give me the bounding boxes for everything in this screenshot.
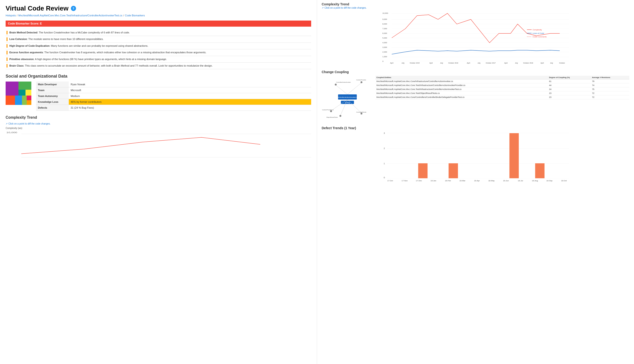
svg-text:0: 0: [384, 176, 385, 179]
biomarker-indicator: [7, 64, 8, 68]
biomarkers-list: Brain Method Detected: The function Crea…: [6, 30, 311, 69]
svg-text:18-Apr: 18-Apr: [474, 180, 480, 182]
svg-text:July: July: [478, 62, 481, 64]
svg-text:3,000: 3,000: [382, 46, 387, 48]
complexity-trend-right-title: Complexity Trend: [322, 2, 629, 6]
svg-text:Complexity: Complexity: [533, 29, 542, 31]
coupling-degree: 23: [548, 91, 591, 95]
breadcrumb: Hotspots / Mvc/test/Microsoft.AspNetCore…: [6, 14, 311, 17]
svg-text:6,000: 6,000: [382, 32, 387, 34]
coupling-revisions: 75: [591, 88, 629, 91]
coupling-node: [360, 112, 362, 114]
biomarker-indicator: [7, 38, 8, 41]
change-coupling-title: Change Coupling: [322, 70, 629, 74]
coupling-node-label: ObjectResultTests: [326, 116, 338, 118]
center-node-label: ControllerActionInvoker.cs: [337, 96, 358, 98]
biomarker-item: Low Cohesion: The module seems to have m…: [6, 36, 311, 42]
coupling-revisions: 72: [591, 91, 629, 95]
svg-text:April: April: [504, 62, 507, 64]
org-value-knowledge-loss: 46% by former contributors: [69, 99, 311, 105]
biomarker-title: Brain Method Detected: [9, 31, 38, 34]
social-org-title: Social and Organizational Data: [6, 74, 311, 79]
coupling-col-header: Coupled Entities: [375, 76, 548, 80]
click-hint-right[interactable]: ↗ Click on a point to diff the code chan…: [322, 6, 629, 9]
svg-text:October 2016: October 2016: [448, 62, 458, 64]
coupling-content: ControllerActionInvoker.cs X-Ray: [322, 76, 629, 122]
treemap: [6, 82, 31, 105]
lines-of-code-line: [392, 50, 560, 54]
org-value: 31 (24 % Bug Fixes): [69, 105, 311, 111]
complexity-line: [21, 138, 260, 154]
svg-text:April: April: [467, 62, 470, 64]
org-table-row: Team Autonomy Medium: [36, 93, 311, 99]
coupling-graph: ControllerActionInvoker.cs X-Ray: [322, 76, 373, 122]
svg-text:July: July: [515, 62, 518, 64]
coupling-table-container: Coupled Entities Degree of Coupling (%) …: [375, 76, 629, 122]
coupling-degree: 23: [548, 95, 591, 99]
treemap-rect: [19, 82, 31, 90]
breadcrumb-biomarkers[interactable]: Code Biomarkers: [125, 14, 145, 17]
svg-text:October: October: [559, 62, 565, 64]
svg-text:Code Comments: Code Comments: [533, 36, 547, 38]
coupling-revisions: 72: [591, 95, 629, 99]
biomarker-title: Primitive obsession: [9, 58, 34, 60]
svg-text:July: July: [401, 62, 404, 64]
coupling-node: [335, 84, 337, 86]
coupling-table-row: Mvc/test/Microsoft.AspNetCore.Mvc.Core.T…: [375, 88, 629, 91]
svg-text:8,000: 8,000: [382, 23, 387, 25]
defect-bar: [449, 163, 458, 178]
svg-text:7,000: 7,000: [382, 28, 387, 30]
breadcrumb-file[interactable]: Mvc/test/Microsoft.AspNetCore.Mvc.Core.T…: [18, 14, 122, 17]
coupling-table-row: Mvc/test/Microsoft.AspNetCore.Mvc.Core.T…: [375, 91, 629, 95]
org-table-row: Main Developer Ryan Nowak: [36, 82, 311, 88]
biomarker-title: Low Cohesion: [9, 38, 27, 40]
svg-text:10,000: 10,000: [382, 12, 388, 14]
coupling-node: [339, 115, 341, 117]
svg-text:3: 3: [384, 132, 385, 134]
page-title: Virtual Code Review: [6, 5, 69, 12]
biomarker-item: Primitive obsession: A high degree of th…: [6, 56, 311, 62]
svg-text:April: April: [390, 62, 393, 64]
svg-text:4,000: 4,000: [382, 42, 387, 44]
svg-text:5,000: 5,000: [382, 37, 387, 39]
svg-text:17-Oct: 17-Oct: [387, 180, 393, 182]
org-label: Team Autonomy: [36, 93, 69, 99]
treemap-rect: [27, 100, 31, 105]
svg-text:18-Jan: 18-Jan: [431, 180, 436, 182]
org-table-row: Knowledge Loss 46% by former contributor…: [36, 99, 311, 105]
coupling-revisions: 74: [591, 84, 629, 88]
org-table-row: Team Microsoft: [36, 88, 311, 93]
org-label: Team: [36, 88, 69, 93]
defect-chart: 3 2 1 0: [322, 130, 629, 182]
biomarker-item: Brain Method Detected: The function Crea…: [6, 30, 311, 36]
coupling-node: [360, 81, 362, 83]
coupling-degree: 24: [548, 88, 591, 91]
breadcrumb-hotspots[interactable]: Hotspots: [6, 14, 16, 17]
coupling-node-label: InvokerProvider.cs: [322, 109, 334, 110]
svg-text:October 2018: October 2018: [523, 62, 533, 64]
defect-trends-section: Defect Trends (1 Year) 3 2 1 0: [322, 126, 629, 182]
coupling-line: [336, 85, 347, 94]
treemap-rect: [19, 90, 26, 96]
svg-text:October 2017: October 2017: [486, 62, 496, 64]
org-label: Main Developer: [36, 82, 69, 88]
click-hint-left[interactable]: ↗ Click on a point to diff the code chan…: [6, 122, 311, 125]
coupling-entity: Mvc/test/Microsoft.AspNetCore.Mvc.Core.T…: [375, 88, 548, 91]
biomarker-title: Brain Class: [9, 64, 24, 67]
help-icon[interactable]: ?: [71, 6, 76, 11]
defect-bar: [510, 133, 519, 178]
defect-chart-svg: 3 2 1 0: [322, 130, 629, 182]
complexity-chart-left-svg: 10,000: [6, 130, 311, 158]
complexity-trend-left: Complexity Trend ↗ Click on a point to d…: [6, 116, 311, 158]
svg-text:18-Oct: 18-Oct: [561, 180, 567, 182]
cursor-icon-right: ↗: [322, 6, 324, 9]
biomarker-indicator: [7, 58, 8, 61]
coupling-entity: Mvc/test/Microsoft.AspNetCore.Mvc.Core/C…: [375, 95, 548, 99]
defect-trends-title: Defect Trends (1 Year): [322, 126, 629, 130]
treemap-rect: [6, 96, 15, 105]
org-label: Knowledge Loss: [36, 99, 69, 105]
treemap-rect: [15, 96, 22, 105]
svg-text:April: April: [540, 62, 544, 64]
org-value: Ryan Nowak: [69, 82, 311, 88]
breadcrumb-sep-1: /: [17, 14, 17, 17]
